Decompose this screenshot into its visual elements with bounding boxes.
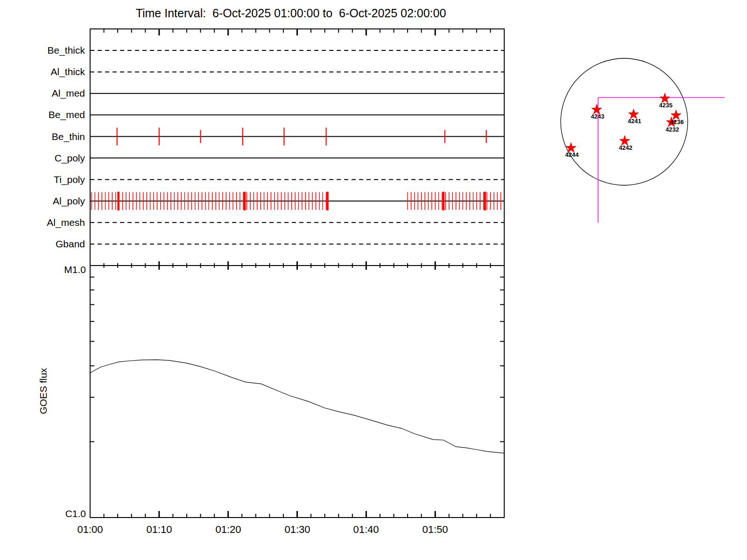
row-label-al-mesh: Al_mesh: [14, 217, 85, 228]
x-tick-0120: 01:20: [206, 524, 251, 536]
row-label-be-thin: Be_thin: [14, 131, 85, 142]
page-title: Time Interval: 6-Oct-2025 01:00:00 to 6-…: [62, 7, 520, 20]
row-label-ti-poly: Ti_poly: [14, 174, 85, 185]
row-label-al-poly: Al_poly: [14, 196, 85, 207]
active-region-label-4242: 4242: [614, 145, 637, 151]
y-axis-bottom-label: C1.0: [41, 508, 86, 519]
x-tick-0140: 01:40: [344, 524, 388, 536]
active-region-label-4232: 4232: [661, 126, 684, 133]
y-axis-title: GOES flux: [38, 354, 49, 428]
goes-flux-curve: [90, 360, 504, 453]
x-tick-0100: 01:00: [68, 524, 113, 536]
x-tick-0110: 01:10: [137, 524, 182, 536]
y-axis-top-label: M1.0: [41, 264, 86, 275]
x-tick-0130: 01:30: [275, 524, 320, 536]
row-label-al-med: Al_med: [14, 88, 85, 99]
row-label-gband: Gband: [14, 238, 85, 250]
active-region-label-4244: 4244: [561, 152, 583, 158]
row-label-be-thick: Be_thick: [14, 45, 85, 56]
active-region-label-4236: 4236: [666, 119, 688, 126]
row-label-c-poly: C_poly: [14, 153, 85, 164]
plot-canvas: [0, 0, 747, 560]
plot-page: Time Interval: 6-Oct-2025 01:00:00 to 6-…: [0, 0, 747, 560]
active-region-label-4241: 4241: [623, 118, 646, 125]
x-tick-0150: 01:50: [413, 524, 458, 536]
row-label-al-thick: Al_thick: [14, 66, 85, 77]
active-region-label-4243: 4243: [586, 113, 609, 120]
row-label-be-med: Be_med: [14, 109, 85, 120]
active-region-label-4235: 4235: [655, 102, 677, 109]
